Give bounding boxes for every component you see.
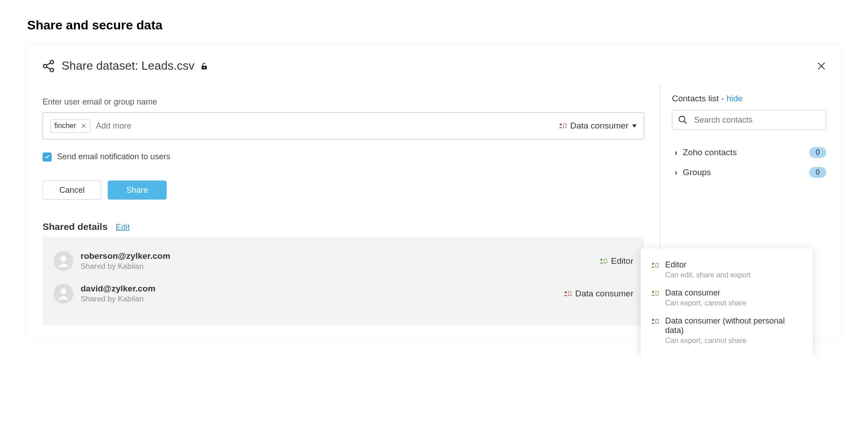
contact-group-label: Zoho contacts — [683, 148, 737, 157]
svg-rect-10 — [563, 124, 566, 128]
contact-group-groups[interactable]: › Groups 0 — [672, 162, 826, 182]
contact-group-label: Groups — [683, 167, 711, 177]
shared-by: Shared by Kabilan — [81, 295, 563, 304]
role-badge-icon — [651, 262, 659, 268]
shared-role-label: Data consumer — [575, 289, 633, 299]
svg-rect-13 — [604, 259, 607, 263]
role-option-desc: Can export, cannot share — [665, 337, 803, 345]
page-title: Share and secure data — [27, 18, 841, 33]
role-option-editor[interactable]: Editor Can edit, share and export — [649, 256, 805, 284]
svg-line-18 — [684, 121, 687, 124]
shared-list: roberson@zylker.com Shared by Kabilan Ed… — [43, 237, 644, 325]
contact-group-count: 0 — [809, 167, 826, 178]
svg-point-0 — [43, 64, 47, 68]
role-option-desc: Can edit, share and export — [665, 271, 803, 279]
svg-line-3 — [47, 63, 51, 65]
svg-point-6 — [204, 67, 205, 68]
role-option-name: Data consumer — [665, 288, 803, 298]
chip-remove-icon[interactable]: ✕ — [81, 122, 86, 130]
chevron-right-icon: › — [675, 168, 677, 177]
shared-email: roberson@zylker.com — [81, 251, 599, 261]
shared-item: david@zylker.com Shared by Kabilan Data … — [53, 277, 633, 310]
search-box[interactable] — [672, 110, 826, 130]
hide-link[interactable]: hide — [726, 94, 743, 103]
svg-point-2 — [50, 68, 54, 72]
edit-link[interactable]: Edit — [116, 223, 130, 232]
shared-role-label: Editor — [611, 256, 633, 266]
chevron-down-icon — [632, 124, 637, 128]
svg-rect-22 — [656, 291, 658, 295]
contact-group-zoho[interactable]: › Zoho contacts 0 — [672, 143, 826, 162]
svg-point-23 — [652, 319, 654, 321]
role-option-name: Data consumer (without personal data) — [665, 316, 803, 335]
role-badge-icon — [599, 258, 607, 264]
notify-checkbox[interactable] — [43, 152, 52, 162]
contacts-header-prefix: Contacts list - — [672, 94, 726, 103]
svg-point-14 — [60, 288, 66, 294]
svg-line-4 — [47, 67, 51, 69]
shared-details-title: Shared details — [43, 221, 108, 232]
share-icon — [42, 59, 55, 73]
role-badge-icon — [558, 123, 566, 129]
check-icon — [44, 154, 50, 160]
avatar-icon — [56, 254, 71, 268]
chip-label: fincher — [54, 122, 76, 130]
shared-role: Editor — [599, 256, 633, 266]
share-button[interactable]: Share — [108, 181, 167, 200]
role-selector-label: Data consumer — [570, 121, 628, 131]
svg-rect-16 — [568, 292, 571, 296]
svg-point-9 — [560, 124, 562, 126]
role-badge-icon — [563, 291, 571, 297]
role-option-data-consumer[interactable]: Data consumer Can export, cannot share — [649, 284, 805, 312]
svg-point-17 — [679, 116, 685, 122]
close-icon[interactable] — [816, 61, 826, 71]
contacts-header: Contacts list - hide — [672, 94, 826, 104]
svg-rect-24 — [656, 319, 658, 324]
svg-point-19 — [652, 263, 654, 265]
user-input-row[interactable]: fincher ✕ Data consumer — [43, 112, 644, 139]
user-chip: fincher ✕ — [50, 119, 91, 133]
role-option-name: Editor — [665, 260, 803, 270]
shared-email: david@zylker.com — [81, 284, 563, 294]
role-option-desc: Can export, cannot share — [665, 299, 803, 307]
share-panel: Share dataset: Leads.csv Enter user emai… — [27, 45, 841, 338]
lock-open-icon — [200, 62, 209, 71]
search-input[interactable] — [694, 115, 820, 125]
panel-title: Share dataset: Leads.csv — [42, 59, 209, 73]
shared-role: Data consumer — [563, 289, 633, 299]
role-option-data-consumer-no-personal[interactable]: Data consumer (without personal data) Ca… — [649, 312, 805, 349]
search-icon — [678, 115, 688, 125]
shared-item: roberson@zylker.com Shared by Kabilan Ed… — [53, 245, 633, 277]
add-more-input[interactable] — [96, 121, 558, 131]
role-badge-icon — [651, 290, 659, 296]
shared-by: Shared by Kabilan — [81, 262, 599, 271]
user-field-label: Enter user email or group name — [43, 97, 644, 107]
svg-rect-20 — [656, 263, 658, 267]
svg-point-21 — [652, 291, 654, 293]
avatar — [53, 284, 73, 304]
svg-point-11 — [60, 256, 66, 262]
svg-point-15 — [565, 291, 567, 294]
role-dropdown: Editor Can edit, share and export Data c… — [641, 248, 813, 356]
svg-point-1 — [50, 60, 54, 64]
contact-group-count: 0 — [809, 147, 826, 158]
svg-point-12 — [600, 259, 603, 261]
avatar-icon — [56, 286, 71, 301]
avatar — [53, 251, 73, 271]
cancel-button[interactable]: Cancel — [43, 181, 101, 200]
panel-title-text: Share dataset: Leads.csv — [62, 59, 194, 73]
role-badge-icon — [651, 318, 659, 324]
notify-label: Send email notification to users — [57, 152, 170, 162]
role-selector[interactable]: Data consumer — [558, 121, 637, 131]
chevron-right-icon: › — [675, 148, 677, 157]
